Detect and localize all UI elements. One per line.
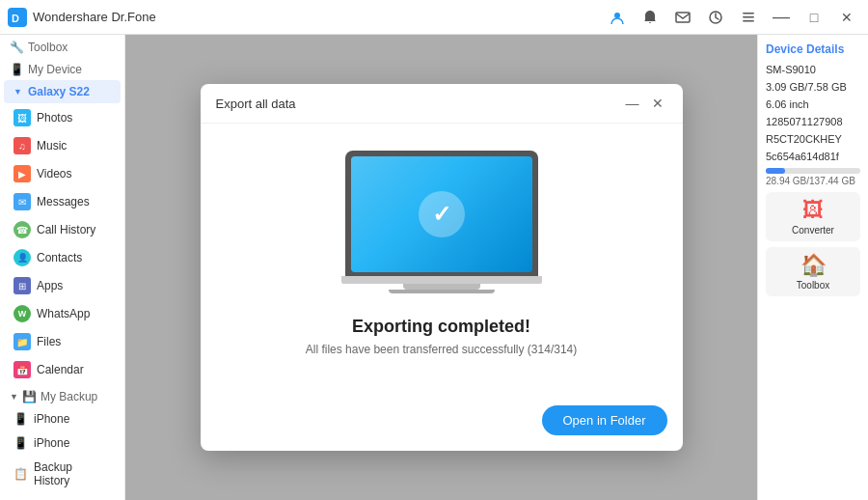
laptop-illustration: ✓	[336, 151, 548, 293]
sidebar: 🔧 Toolbox 📱 My Device ▼ Galaxy S22 🖼 Pho…	[0, 35, 125, 500]
my-backup-header[interactable]: ▼ 💾 My Backup	[0, 384, 124, 406]
device-hash: 5c654a614d81f	[766, 151, 860, 162]
app-title: Wondershare Dr.Fone	[33, 10, 156, 24]
toolbox-card-icon: 🏠	[772, 253, 854, 278]
titlebar: D Wondershare Dr.Fone — □ ✕	[0, 0, 868, 35]
device-imei-row: 1285071127908	[766, 116, 860, 127]
iphone1-label: iPhone	[34, 412, 69, 426]
files-label: Files	[37, 335, 61, 348]
sidebar-item-whatsapp[interactable]: W WhatsApp	[4, 300, 121, 327]
svg-rect-6	[743, 16, 754, 18]
sidebar-item-iphone1[interactable]: 📱 iPhone	[4, 407, 121, 431]
device-serial: R5CT20CKHEY	[766, 133, 860, 145]
device-imei: 1285071127908	[766, 116, 860, 127]
converter-card[interactable]: 🖼 Converter	[766, 192, 860, 241]
account-icon[interactable]	[604, 4, 631, 31]
storage-bar-container: 28.94 GB/137.44 GB	[766, 168, 860, 186]
mail-icon[interactable]	[669, 4, 696, 31]
contacts-label: Contacts	[37, 251, 82, 264]
toolbox-label: Toolbox	[28, 41, 68, 54]
maximize-button[interactable]: □	[800, 4, 827, 31]
laptop-screen-inner: ✓	[351, 156, 532, 272]
modal-header: Export all data — ✕	[201, 84, 683, 124]
whatsapp-icon: W	[14, 305, 31, 322]
toolbox-header[interactable]: 🔧 Toolbox	[0, 35, 124, 57]
check-circle: ✓	[419, 191, 465, 237]
minimize-button[interactable]: —	[768, 4, 795, 31]
iphone2-label: iPhone	[34, 436, 69, 450]
open-in-folder-button[interactable]: Open in Folder	[542, 405, 667, 435]
device-storage-row: 3.09 GB/7.58 GB	[766, 81, 860, 93]
photos-icon: 🖼	[14, 109, 31, 126]
toolbox-icon: 🔧	[10, 41, 24, 54]
sidebar-item-call-history[interactable]: ☎ Call History	[4, 216, 121, 243]
call-history-icon: ☎	[14, 221, 31, 238]
messages-label: Messages	[37, 195, 90, 208]
content-area: Export all data — ✕ ✓	[125, 35, 757, 500]
svg-rect-5	[743, 13, 754, 14]
storage-bar-fill	[766, 168, 785, 174]
svg-rect-7	[743, 20, 754, 22]
checkmark-icon: ✓	[432, 201, 451, 228]
sidebar-item-files[interactable]: 📁 Files	[4, 328, 121, 355]
device-label: Galaxy S22	[28, 85, 90, 98]
svg-rect-3	[676, 13, 690, 22]
calendar-icon: 📅	[14, 361, 31, 378]
laptop-feet	[389, 290, 495, 293]
sidebar-item-iphone2[interactable]: 📱 iPhone	[4, 431, 121, 455]
device-model: SM-S9010	[766, 64, 860, 75]
sidebar-item-apps[interactable]: ⊞ Apps	[4, 272, 121, 299]
iphone2-icon: 📱	[14, 436, 28, 450]
my-device-label: My Device	[28, 63, 82, 76]
backup-history-icon: 📋	[14, 467, 28, 481]
sidebar-item-contacts[interactable]: 👤 Contacts	[4, 244, 121, 271]
toolbox-card[interactable]: 🏠 Toolbox	[766, 247, 860, 296]
sidebar-item-calendar[interactable]: 📅 Calendar	[4, 356, 121, 383]
sidebar-item-photos[interactable]: 🖼 Photos	[4, 104, 121, 131]
contacts-icon: 👤	[14, 249, 31, 266]
videos-icon: ▶	[14, 165, 31, 182]
close-button[interactable]: ✕	[833, 4, 860, 31]
chevron-down-icon: ▼	[14, 87, 22, 97]
success-title: Exporting completed!	[352, 317, 530, 337]
sidebar-item-galaxy-s22[interactable]: ▼ Galaxy S22	[4, 80, 121, 103]
music-label: Music	[37, 139, 67, 153]
sidebar-item-messages[interactable]: ✉ Messages	[4, 188, 121, 215]
apps-icon: ⊞	[14, 277, 31, 294]
modal-footer: Open in Folder	[201, 394, 683, 451]
laptop-stand	[403, 284, 480, 290]
apps-label: Apps	[37, 279, 63, 292]
my-device-header[interactable]: 📱 My Device	[0, 57, 124, 79]
modal-header-actions: — ✕	[623, 94, 667, 113]
converter-card-label: Converter	[772, 225, 854, 236]
main-layout: 🔧 Toolbox 📱 My Device ▼ Galaxy S22 🖼 Pho…	[0, 35, 868, 500]
sidebar-item-screen-mirror[interactable]: 🖥 Screen Mirror	[4, 493, 121, 500]
device-storage: 3.09 GB/7.58 GB	[766, 81, 860, 93]
export-modal: Export all data — ✕ ✓	[201, 84, 683, 451]
laptop-base	[341, 276, 542, 284]
modal-overlay: Export all data — ✕ ✓	[125, 35, 757, 500]
videos-label: Videos	[37, 167, 71, 181]
device-screen: 6.06 inch	[766, 98, 860, 110]
notification-icon[interactable]	[637, 4, 664, 31]
toolbox-card-label: Toolbox	[772, 280, 854, 291]
call-history-label: Call History	[37, 223, 95, 236]
modal-body: ✓ Exporting completed! All files have be…	[201, 124, 683, 394]
history-icon[interactable]	[702, 4, 729, 31]
right-panel: Device Details SM-S9010 3.09 GB/7.58 GB …	[757, 35, 868, 500]
calendar-label: Calendar	[37, 363, 84, 376]
iphone1-icon: 📱	[14, 412, 28, 426]
storage-bar-bg	[766, 168, 860, 174]
sidebar-item-music[interactable]: ♫ Music	[4, 132, 121, 159]
modal-minimize-button[interactable]: —	[623, 94, 642, 113]
backup-history-label: Backup History	[34, 460, 111, 487]
my-backup-label: My Backup	[41, 390, 97, 403]
sidebar-item-backup-history[interactable]: 📋 Backup History	[4, 456, 121, 492]
menu-icon[interactable]	[735, 4, 762, 31]
device-hash-row: 5c654a614d81f	[766, 151, 860, 162]
sidebar-item-videos[interactable]: ▶ Videos	[4, 160, 121, 187]
music-icon: ♫	[14, 137, 31, 154]
storage-used-text: 28.94 GB/137.44 GB	[766, 176, 860, 186]
modal-close-button[interactable]: ✕	[648, 94, 667, 113]
device-model-row: SM-S9010	[766, 64, 860, 75]
